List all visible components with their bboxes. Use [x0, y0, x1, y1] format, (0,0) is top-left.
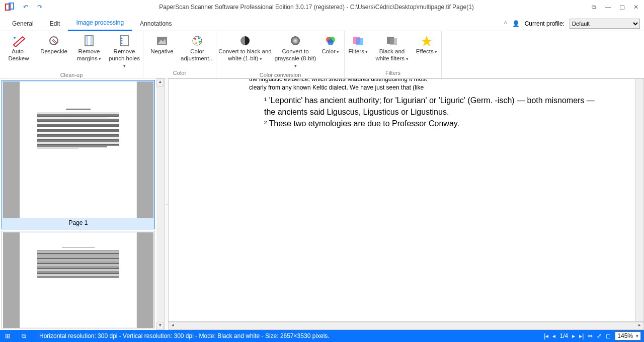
status-text: Horizontal resolution: 300 dpi - Vertica… — [35, 332, 537, 339]
svg-point-14 — [193, 36, 202, 45]
preview-viewport[interactable]: the linguistic evidence, which shows fea… — [168, 78, 644, 322]
splitter[interactable]: ⋮ — [165, 78, 168, 330]
filters-button[interactable]: Filters — [346, 32, 371, 57]
svg-point-18 — [195, 42, 197, 44]
last-page-button[interactable]: ▸| — [579, 332, 584, 339]
svg-rect-25 — [356, 38, 363, 45]
convert-bw-button[interactable]: Convert to black and white (1-bit) — [217, 32, 273, 64]
prev-page-button[interactable]: ◂ — [552, 332, 555, 339]
rgb-circle-icon — [323, 34, 339, 47]
svg-point-4 — [50, 37, 58, 45]
thumbnail-2[interactable] — [2, 231, 155, 328]
close-icon[interactable]: ✕ — [630, 4, 642, 11]
redo-icon[interactable]: ↷ — [34, 4, 45, 11]
svg-point-16 — [198, 37, 200, 39]
gray-circle-icon — [287, 34, 303, 47]
punch-holes-icon — [116, 34, 132, 47]
status-bar: ⊞ ⧉ Horizontal resolution: 300 dpi - Ver… — [0, 330, 644, 342]
despeckle-button[interactable]: Despeckle — [36, 32, 71, 57]
palette-icon — [189, 34, 205, 47]
status-panel-icon[interactable]: ⊞ — [3, 332, 12, 339]
margins-icon — [81, 34, 97, 47]
menu-tabs: General Edit Image processing Annotation… — [0, 14, 644, 31]
ribbon: Auto-Deskew Despeckle Remove margins Rem… — [0, 31, 644, 78]
convert-grayscale-button[interactable]: Convert to grayscale (8-bit) — [273, 32, 318, 71]
tab-general[interactable]: General — [4, 16, 42, 31]
svg-point-11 — [121, 43, 123, 44]
zoom-combo[interactable]: 145%▾ — [615, 331, 641, 340]
next-page-button[interactable]: ▸ — [572, 332, 575, 339]
svg-marker-28 — [421, 36, 432, 46]
preview-vertical-scrollbar[interactable] — [635, 79, 643, 321]
despeckle-icon — [46, 34, 62, 47]
auto-deskew-button[interactable]: Auto-Deskew — [1, 32, 36, 64]
remove-punch-holes-button[interactable]: Remove punch holes — [107, 32, 142, 71]
window-title: PaperScan Scanner Software Professional … — [45, 4, 588, 11]
page-nav: |◂ ◂ 1/4 ▸ ▸| ⇔ ⤢ ◻ 145%▾ — [544, 331, 641, 340]
group-color-label: Color — [143, 69, 216, 78]
profile-icon: 👤 — [512, 20, 520, 27]
svg-rect-27 — [390, 38, 397, 45]
profile-select[interactable]: Default — [570, 19, 640, 29]
preview-panel: the linguistic evidence, which shows fea… — [168, 78, 644, 330]
svg-rect-5 — [85, 36, 93, 46]
title-bar: ↶ ↷ PaperScan Scanner Software Professio… — [0, 0, 644, 14]
fit-width-icon[interactable]: ⇔ — [588, 332, 593, 339]
thumbnails-panel: Page 1 ▴▾ — [0, 78, 165, 330]
negative-icon — [154, 34, 170, 47]
app-icon — [5, 3, 15, 12]
svg-point-3 — [14, 37, 16, 39]
svg-point-10 — [121, 40, 123, 42]
thumbnail-1-image — [3, 81, 153, 218]
svg-point-20 — [291, 36, 300, 45]
page-indicator: 1/4 — [559, 332, 568, 339]
remove-margins-button[interactable]: Remove margins — [71, 32, 107, 64]
actual-size-icon[interactable]: ◻ — [606, 332, 611, 339]
maximize-icon[interactable]: ▢ — [616, 4, 628, 11]
undo-icon[interactable]: ↶ — [20, 4, 31, 11]
status-copy-icon[interactable]: ⧉ — [19, 332, 28, 339]
preview-content: the linguistic evidence, which shows fea… — [249, 78, 603, 129]
thumbnail-1-label: Page 1 — [2, 218, 154, 228]
filters-icon — [350, 34, 366, 47]
profile-label: Current profile: — [525, 20, 565, 27]
star-icon — [419, 34, 435, 47]
collapse-ribbon-icon[interactable]: ⧉ — [588, 4, 600, 11]
deskew-icon — [11, 34, 27, 47]
bw-filters-icon — [384, 34, 400, 47]
main-area: Page 1 ▴▾ ⋮ the linguistic evidence, whi — [0, 78, 644, 330]
svg-point-23 — [328, 39, 334, 45]
svg-point-17 — [199, 41, 201, 43]
color-dropdown-button[interactable]: Color — [318, 32, 343, 57]
group-filters-label: Filters — [345, 69, 441, 78]
negative-button[interactable]: Negative — [144, 32, 180, 57]
thumbnails-scrollbar[interactable]: ▴▾ — [156, 78, 164, 330]
color-adjustment-button[interactable]: Color adjustment... — [180, 32, 215, 64]
thumbnail-2-image — [3, 232, 153, 328]
thumbnail-1[interactable]: Page 1 — [2, 80, 155, 229]
preview-horizontal-scrollbar[interactable]: ◂▸ — [168, 322, 644, 330]
tab-annotations[interactable]: Annotations — [132, 16, 180, 31]
svg-point-9 — [121, 38, 123, 39]
fit-page-icon[interactable]: ⤢ — [597, 332, 602, 339]
bw-circle-icon — [237, 34, 253, 47]
bw-filters-button[interactable]: Black and white filters — [371, 32, 413, 64]
tab-edit[interactable]: Edit — [42, 16, 68, 31]
first-page-button[interactable]: |◂ — [544, 332, 548, 339]
tab-image-processing[interactable]: Image processing — [68, 15, 132, 31]
collapse-arrow-icon[interactable]: ^ — [504, 20, 507, 27]
svg-point-15 — [194, 38, 196, 40]
effects-button[interactable]: Effects — [413, 32, 440, 57]
minimize-icon[interactable]: — — [602, 4, 614, 11]
